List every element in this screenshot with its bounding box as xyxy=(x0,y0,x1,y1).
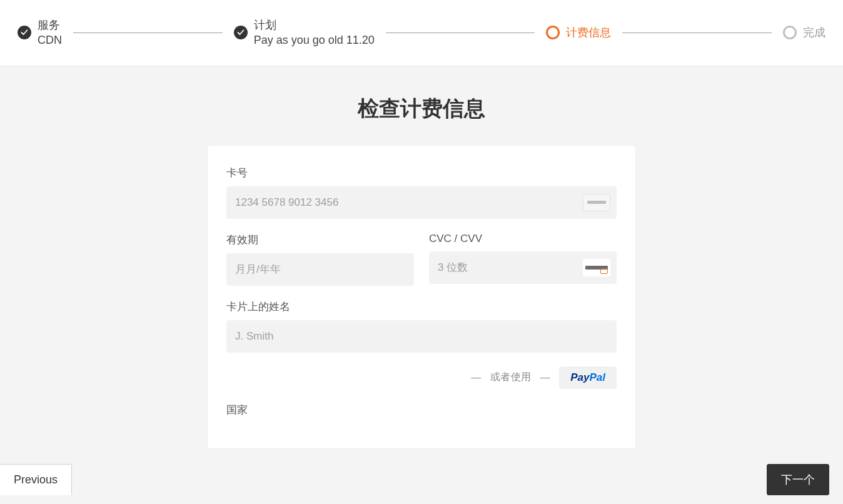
paypal-button[interactable]: PayPal xyxy=(559,366,617,389)
expiry-input[interactable] xyxy=(226,253,414,286)
field-cvc: CVC / CVV xyxy=(429,233,617,286)
or-use-row: — 或者使用 — PayPal xyxy=(226,366,617,389)
step-subtitle: CDN xyxy=(38,33,62,48)
step-subtitle: Pay as you go old 11.20 xyxy=(254,33,375,48)
or-dash-right: — xyxy=(540,372,551,383)
step-connector xyxy=(73,33,223,33)
expiry-label: 有效期 xyxy=(226,233,414,247)
card-number-input[interactable] xyxy=(226,186,617,219)
name-on-card-input[interactable] xyxy=(226,320,617,353)
paypal-logo-pay: Pay xyxy=(570,371,589,384)
previous-button[interactable]: Previous xyxy=(0,464,72,495)
main-area: 检查计费信息 卡号 有效期 CVC / CVV xyxy=(0,66,843,504)
billing-form-card: 卡号 有效期 CVC / CVV xyxy=(208,146,635,448)
name-on-card-label: 卡片上的姓名 xyxy=(226,300,617,314)
cvc-label: CVC / CVV xyxy=(429,233,617,245)
circle-current-icon xyxy=(546,26,560,39)
page-title: 检查计费信息 xyxy=(0,94,843,123)
step-billing: 计费信息 xyxy=(546,25,611,40)
step-title: 服务 xyxy=(38,18,62,33)
step-connector xyxy=(386,33,535,33)
checkmark-icon xyxy=(234,26,248,39)
country-label: 国家 xyxy=(226,403,617,417)
or-dash-left: — xyxy=(471,372,482,383)
field-country: 国家 xyxy=(226,403,617,417)
field-name-on-card: 卡片上的姓名 xyxy=(226,300,617,353)
field-card-number: 卡号 xyxy=(226,166,617,219)
step-plan: 计划 Pay as you go old 11.20 xyxy=(234,18,375,48)
step-title: 完成 xyxy=(803,25,825,40)
step-title: 计划 xyxy=(254,18,375,33)
field-expiry: 有效期 xyxy=(226,233,414,286)
step-connector xyxy=(622,33,772,33)
checkmark-icon xyxy=(18,26,31,39)
stepper: 服务 CDN 计划 Pay as you go old 11.20 计费信息 完… xyxy=(0,0,843,66)
step-title: 计费信息 xyxy=(566,25,611,40)
circle-pending-icon xyxy=(783,26,797,39)
paypal-logo-pal: Pal xyxy=(589,371,605,384)
cvc-card-icon xyxy=(583,259,610,276)
step-service: 服务 CDN xyxy=(18,18,62,48)
step-finish: 完成 xyxy=(783,25,825,40)
next-button[interactable]: 下一个 xyxy=(767,464,829,495)
or-use-text: 或者使用 xyxy=(490,371,532,384)
credit-card-icon xyxy=(583,194,610,211)
card-number-label: 卡号 xyxy=(226,166,617,180)
